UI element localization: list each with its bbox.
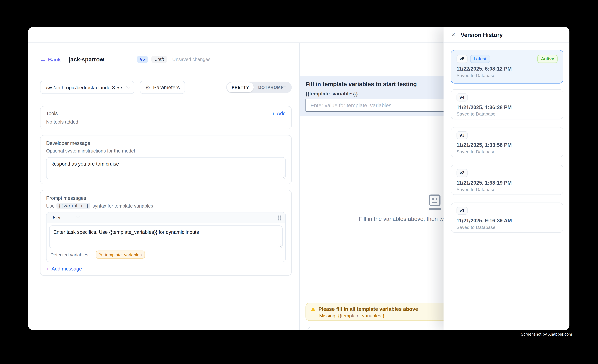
model-selector[interactable]: aws/anthropic/bedrock-claude-3-5-s... — [40, 81, 134, 94]
version-timestamp: 11/21/2025, 1:33:56 PM — [457, 142, 558, 148]
hint-suffix: syntax for template variables — [92, 203, 153, 208]
version-card-v1[interactable]: v1 11/21/2025, 9:16:39 AM Saved to Datab… — [451, 203, 563, 233]
exclamation-mark: ! — [312, 308, 314, 311]
toggle-option-dotprompt[interactable]: DOTPROMPT — [254, 82, 291, 92]
version-storage: Saved to Database — [457, 149, 558, 154]
message-body: Enter task specifics. Use {{template_var… — [47, 223, 285, 248]
version-card-v3[interactable]: v3 11/21/2025, 1:33:56 PM Saved to Datab… — [451, 127, 563, 157]
chevron-down-icon — [126, 84, 130, 89]
format-toggle: PRETTY DOTPROMPT — [226, 82, 292, 93]
version-badge-row: v2 — [457, 169, 558, 177]
version-history-header: ✕ Version History — [444, 27, 569, 43]
version-timestamp: 11/21/2025, 9:16:39 AM — [457, 218, 558, 223]
message-textarea[interactable]: Enter task specifics. Use {{template_var… — [49, 225, 282, 248]
version-list: v5 Latest Active 11/22/2025, 6:08:12 PM … — [444, 43, 569, 232]
active-badge: Active — [538, 55, 557, 63]
version-tag: v3 — [457, 131, 467, 139]
version-badge-row: v4 — [457, 93, 558, 101]
prompt-messages-card: Prompt messages Use {{variable}} syntax … — [40, 190, 292, 276]
version-storage: Saved to Database — [457, 224, 558, 230]
version-badge-row: v5 Latest Active — [457, 55, 558, 63]
tools-title: Tools — [46, 111, 58, 116]
detected-variables-row: Detected variables: ✎ template_variables — [47, 248, 285, 262]
plus-icon: + — [272, 111, 275, 116]
robot-mouth-icon — [432, 202, 437, 203]
editor-scroll-area: aws/anthropic/bedrock-claude-3-5-s... ⚙ … — [28, 76, 299, 276]
chevron-down-icon — [76, 215, 80, 219]
version-tag: v2 — [457, 169, 467, 177]
detected-variable-chip[interactable]: ✎ template_variables — [96, 251, 145, 259]
message-block: User Enter task specifics. Use {{templat… — [46, 212, 286, 262]
version-timestamp: 11/21/2025, 1:36:28 PM — [457, 104, 558, 110]
version-card-v2[interactable]: v2 11/21/2025, 1:33:19 PM Saved to Datab… — [451, 165, 563, 195]
screenshot-stage: ← Back jack-sparrow v5 Draft Unsaved cha… — [0, 0, 598, 364]
model-toolbar: aws/anthropic/bedrock-claude-3-5-s... ⚙ … — [40, 81, 292, 94]
gear-icon: ⚙ — [145, 84, 150, 90]
app-window: ← Back jack-sparrow v5 Draft Unsaved cha… — [28, 27, 569, 330]
version-badge-row: v3 — [457, 131, 558, 139]
add-message-button[interactable]: + Add message — [46, 266, 286, 272]
close-icon[interactable]: ✕ — [451, 32, 456, 37]
tools-card: Tools + Add No tools added — [40, 106, 292, 129]
version-history-title: Version History — [461, 32, 503, 38]
variable-syntax-code: {{variable}} — [57, 203, 91, 209]
hint-prefix: Use — [46, 203, 55, 208]
variable-syntax-hint: Use {{variable}} syntax for template var… — [46, 203, 286, 209]
model-selector-value: aws/anthropic/bedrock-claude-3-5-s... — [45, 84, 126, 90]
developer-message-card: Developer message Optional system instru… — [40, 135, 292, 184]
tools-empty-text: No tools added — [46, 119, 286, 125]
developer-message-textarea[interactable]: Respond as you are tom cruise — [46, 157, 286, 179]
version-storage: Saved to Database — [457, 187, 558, 192]
drag-handle-icon[interactable] — [278, 215, 282, 220]
add-tool-label: Add — [277, 111, 286, 116]
warning-title: Please fill in all template variables ab… — [318, 306, 418, 312]
empty-state-text: Fill in the variables above, then typ — [359, 215, 447, 222]
robot-eye-icon — [432, 198, 434, 200]
developer-message-subtitle: Optional system instructions for the mod… — [46, 149, 286, 154]
parameters-button[interactable]: ⚙ Parameters — [140, 81, 185, 94]
robot-icon — [429, 195, 440, 206]
robot-eye-icon — [436, 198, 438, 200]
version-history-panel: ✕ Version History v5 Latest Active 11/22… — [444, 27, 569, 330]
version-storage: Saved to Database — [457, 111, 558, 117]
version-timestamp: 11/21/2025, 1:33:19 PM — [457, 180, 558, 186]
detected-variable-name: template_variables — [105, 252, 142, 257]
message-field-wrap: Enter task specifics. Use {{template_var… — [49, 225, 282, 248]
version-card-v4[interactable]: v4 11/21/2025, 1:36:28 PM Saved to Datab… — [451, 89, 563, 119]
parameters-label: Parameters — [153, 84, 180, 90]
back-label: Back — [48, 56, 61, 62]
prompt-editor-panel: ← Back jack-sparrow v5 Draft Unsaved cha… — [28, 43, 300, 330]
version-badge-row: v1 — [457, 207, 558, 215]
version-tag: v1 — [457, 207, 467, 215]
draft-status-badge: Draft — [151, 56, 167, 63]
message-role-select[interactable]: User — [50, 215, 61, 221]
version-badge: v5 — [137, 56, 148, 63]
message-header: User — [47, 212, 285, 223]
warning-triangle-icon: ! — [311, 307, 316, 311]
add-tool-button[interactable]: + Add — [272, 111, 286, 116]
prompt-name: jack-sparrow — [69, 56, 104, 63]
prompt-title-row: ← Back jack-sparrow v5 Draft Unsaved cha… — [28, 43, 299, 76]
version-storage: Saved to Database — [457, 73, 558, 78]
plus-icon: + — [46, 266, 49, 271]
version-card-v5[interactable]: v5 Latest Active 11/22/2025, 6:08:12 PM … — [451, 50, 563, 83]
latest-badge: Latest — [470, 55, 490, 63]
add-message-label: Add message — [51, 266, 82, 272]
pencil-icon: ✎ — [99, 253, 103, 257]
watermark-text: Screenshot by Xnapper.com — [521, 332, 572, 336]
version-tag: v4 — [457, 93, 467, 101]
robot-base-icon — [429, 208, 441, 210]
version-timestamp: 11/22/2025, 6:08:12 PM — [457, 66, 558, 72]
detected-variables-label: Detected variables: — [50, 252, 89, 257]
back-button[interactable]: ← Back — [40, 56, 61, 62]
developer-message-title: Developer message — [46, 141, 286, 146]
version-tag: v5 — [457, 55, 467, 63]
prompt-messages-title: Prompt messages — [46, 195, 286, 201]
unsaved-changes-text: Unsaved changes — [172, 57, 210, 62]
developer-message-field-wrap: Respond as you are tom cruise — [46, 157, 286, 179]
toggle-option-pretty[interactable]: PRETTY — [227, 82, 254, 92]
tools-card-header: Tools + Add — [46, 111, 286, 116]
back-arrow-icon: ← — [40, 56, 46, 62]
